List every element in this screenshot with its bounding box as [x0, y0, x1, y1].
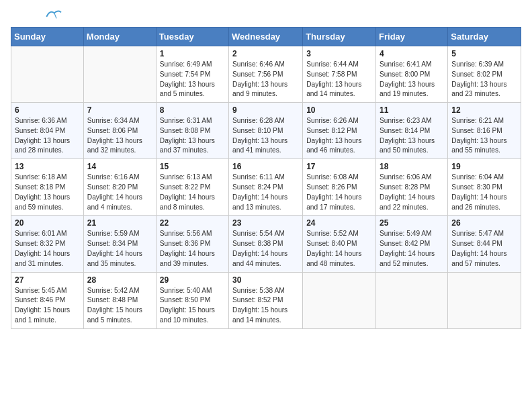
day-info: Sunrise: 6:39 AM Sunset: 8:02 PM Dayligh…: [451, 60, 517, 99]
calendar-cell: 11Sunrise: 6:23 AM Sunset: 8:14 PM Dayli…: [376, 103, 448, 159]
day-number: 27: [15, 275, 80, 285]
day-info: Sunrise: 6:11 AM Sunset: 8:24 PM Dayligh…: [232, 173, 299, 212]
day-number: 13: [15, 162, 80, 171]
logo-bird-icon: [46, 8, 62, 20]
calendar-cell: [448, 272, 521, 328]
day-info: Sunrise: 6:31 AM Sunset: 8:08 PM Dayligh…: [160, 116, 225, 156]
day-info: Sunrise: 6:04 AM Sunset: 8:30 PM Dayligh…: [451, 173, 517, 212]
day-info: Sunrise: 6:26 AM Sunset: 8:12 PM Dayligh…: [306, 116, 372, 156]
calendar-cell: 13Sunrise: 6:18 AM Sunset: 8:18 PM Dayli…: [11, 159, 84, 216]
calendar-cell: 20Sunrise: 6:01 AM Sunset: 8:32 PM Dayli…: [11, 216, 84, 272]
calendar-cell: 30Sunrise: 5:38 AM Sunset: 8:52 PM Dayli…: [229, 272, 303, 328]
calendar-cell: 8Sunrise: 6:31 AM Sunset: 8:08 PM Daylig…: [156, 103, 228, 159]
day-info: Sunrise: 6:21 AM Sunset: 8:16 PM Dayligh…: [451, 116, 517, 156]
day-number: 5: [451, 49, 517, 58]
weekday-header-saturday: Saturday: [448, 28, 521, 46]
day-info: Sunrise: 5:52 AM Sunset: 8:40 PM Dayligh…: [306, 229, 372, 269]
day-number: 1: [160, 49, 225, 58]
calendar-cell: 23Sunrise: 5:54 AM Sunset: 8:38 PM Dayli…: [229, 216, 303, 272]
day-number: 28: [87, 275, 152, 285]
calendar-cell: 19Sunrise: 6:04 AM Sunset: 8:30 PM Dayli…: [448, 159, 521, 216]
calendar-cell: 12Sunrise: 6:21 AM Sunset: 8:16 PM Dayli…: [448, 103, 521, 159]
day-info: Sunrise: 5:42 AM Sunset: 8:48 PM Dayligh…: [87, 286, 152, 326]
weekday-header-wednesday: Wednesday: [229, 28, 303, 46]
day-number: 10: [306, 105, 372, 115]
calendar-cell: 10Sunrise: 6:26 AM Sunset: 8:12 PM Dayli…: [303, 103, 376, 159]
day-number: 21: [87, 218, 152, 228]
day-number: 6: [15, 105, 80, 115]
day-info: Sunrise: 5:59 AM Sunset: 8:34 PM Dayligh…: [87, 229, 152, 269]
day-info: Sunrise: 6:23 AM Sunset: 8:14 PM Dayligh…: [380, 116, 444, 156]
day-number: 8: [160, 105, 225, 115]
day-info: Sunrise: 6:41 AM Sunset: 8:00 PM Dayligh…: [380, 60, 444, 99]
calendar-cell: [376, 272, 448, 328]
page-header: [11, 11, 521, 20]
day-info: Sunrise: 5:40 AM Sunset: 8:50 PM Dayligh…: [160, 286, 225, 326]
day-info: Sunrise: 6:49 AM Sunset: 7:54 PM Dayligh…: [160, 60, 225, 99]
day-number: 29: [160, 275, 225, 285]
day-info: Sunrise: 6:34 AM Sunset: 8:06 PM Dayligh…: [87, 116, 152, 156]
day-number: 19: [451, 162, 517, 171]
calendar-cell: 2Sunrise: 6:46 AM Sunset: 7:56 PM Daylig…: [229, 46, 303, 103]
day-info: Sunrise: 6:06 AM Sunset: 8:28 PM Dayligh…: [380, 173, 444, 212]
day-info: Sunrise: 6:01 AM Sunset: 8:32 PM Dayligh…: [15, 229, 80, 269]
day-number: 7: [87, 105, 152, 115]
calendar-cell: 9Sunrise: 6:28 AM Sunset: 8:10 PM Daylig…: [229, 103, 303, 159]
calendar-cell: 28Sunrise: 5:42 AM Sunset: 8:48 PM Dayli…: [83, 272, 156, 328]
day-info: Sunrise: 6:13 AM Sunset: 8:22 PM Dayligh…: [160, 173, 225, 212]
day-info: Sunrise: 5:56 AM Sunset: 8:36 PM Dayligh…: [160, 229, 225, 269]
calendar-cell: 29Sunrise: 5:40 AM Sunset: 8:50 PM Dayli…: [156, 272, 228, 328]
day-info: Sunrise: 5:45 AM Sunset: 8:46 PM Dayligh…: [15, 286, 80, 326]
calendar-header-row: SundayMondayTuesdayWednesdayThursdayFrid…: [11, 28, 521, 46]
day-info: Sunrise: 6:46 AM Sunset: 7:56 PM Dayligh…: [232, 60, 299, 99]
calendar-cell: 18Sunrise: 6:06 AM Sunset: 8:28 PM Dayli…: [376, 159, 448, 216]
logo: [11, 11, 62, 20]
calendar-cell: 22Sunrise: 5:56 AM Sunset: 8:36 PM Dayli…: [156, 216, 228, 272]
day-number: 22: [160, 218, 225, 228]
day-number: 17: [306, 162, 372, 171]
calendar-cell: [83, 46, 156, 103]
day-info: Sunrise: 5:49 AM Sunset: 8:42 PM Dayligh…: [380, 229, 444, 269]
day-number: 26: [451, 218, 517, 228]
day-info: Sunrise: 6:16 AM Sunset: 8:20 PM Dayligh…: [87, 173, 152, 212]
day-number: 2: [232, 49, 299, 58]
day-number: 3: [306, 49, 372, 58]
day-info: Sunrise: 5:47 AM Sunset: 8:44 PM Dayligh…: [451, 229, 517, 269]
calendar-cell: 27Sunrise: 5:45 AM Sunset: 8:46 PM Dayli…: [11, 272, 84, 328]
calendar-cell: 25Sunrise: 5:49 AM Sunset: 8:42 PM Dayli…: [376, 216, 448, 272]
calendar-cell: 7Sunrise: 6:34 AM Sunset: 8:06 PM Daylig…: [83, 103, 156, 159]
calendar-cell: 4Sunrise: 6:41 AM Sunset: 8:00 PM Daylig…: [376, 46, 448, 103]
calendar-cell: 16Sunrise: 6:11 AM Sunset: 8:24 PM Dayli…: [229, 159, 303, 216]
calendar-week-row: 1Sunrise: 6:49 AM Sunset: 7:54 PM Daylig…: [11, 46, 521, 103]
day-info: Sunrise: 5:54 AM Sunset: 8:38 PM Dayligh…: [232, 229, 299, 269]
day-info: Sunrise: 6:08 AM Sunset: 8:26 PM Dayligh…: [306, 173, 372, 212]
day-number: 20: [15, 218, 80, 228]
day-number: 15: [160, 162, 225, 171]
day-number: 18: [380, 162, 444, 171]
day-number: 23: [232, 218, 299, 228]
day-number: 9: [232, 105, 299, 115]
day-number: 4: [380, 49, 444, 58]
day-info: Sunrise: 6:28 AM Sunset: 8:10 PM Dayligh…: [232, 116, 299, 156]
day-number: 25: [380, 218, 444, 228]
calendar-cell: 14Sunrise: 6:16 AM Sunset: 8:20 PM Dayli…: [83, 159, 156, 216]
day-info: Sunrise: 5:38 AM Sunset: 8:52 PM Dayligh…: [232, 286, 299, 326]
calendar-week-row: 6Sunrise: 6:36 AM Sunset: 8:04 PM Daylig…: [11, 103, 521, 159]
day-number: 11: [380, 105, 444, 115]
day-info: Sunrise: 6:18 AM Sunset: 8:18 PM Dayligh…: [15, 173, 80, 212]
day-number: 12: [451, 105, 517, 115]
calendar-week-row: 27Sunrise: 5:45 AM Sunset: 8:46 PM Dayli…: [11, 272, 521, 328]
calendar-cell: 1Sunrise: 6:49 AM Sunset: 7:54 PM Daylig…: [156, 46, 228, 103]
day-number: 24: [306, 218, 372, 228]
calendar-cell: 3Sunrise: 6:44 AM Sunset: 7:58 PM Daylig…: [303, 46, 376, 103]
weekday-header-friday: Friday: [376, 28, 448, 46]
calendar-cell: 26Sunrise: 5:47 AM Sunset: 8:44 PM Dayli…: [448, 216, 521, 272]
calendar-week-row: 20Sunrise: 6:01 AM Sunset: 8:32 PM Dayli…: [11, 216, 521, 272]
day-info: Sunrise: 6:44 AM Sunset: 7:58 PM Dayligh…: [306, 60, 372, 99]
calendar-cell: 17Sunrise: 6:08 AM Sunset: 8:26 PM Dayli…: [303, 159, 376, 216]
day-number: 16: [232, 162, 299, 171]
weekday-header-thursday: Thursday: [303, 28, 376, 46]
weekday-header-sunday: Sunday: [11, 28, 84, 46]
calendar-cell: 6Sunrise: 6:36 AM Sunset: 8:04 PM Daylig…: [11, 103, 84, 159]
weekday-header-monday: Monday: [83, 28, 156, 46]
